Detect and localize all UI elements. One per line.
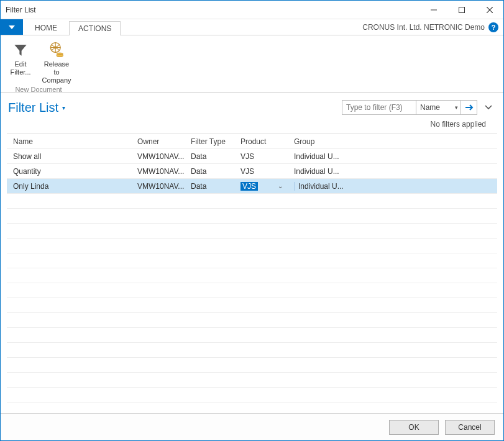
ribbon-body: Edit Filter... Release to Company New Do… bbox=[1, 35, 503, 93]
cell-owner: VMW10NAV... bbox=[137, 182, 191, 191]
col-header-group[interactable]: Group bbox=[294, 137, 497, 146]
svg-point-8 bbox=[57, 55, 63, 57]
cell-group: Individual U... bbox=[294, 167, 497, 176]
apply-filter-button[interactable] bbox=[461, 100, 477, 115]
chevron-down-icon: ▾ bbox=[455, 104, 458, 111]
col-header-type[interactable]: Filter Type bbox=[191, 137, 241, 146]
filters-status: No filters applied bbox=[1, 115, 503, 131]
arrow-right-icon bbox=[465, 104, 474, 111]
cell-filter-type: Data bbox=[191, 167, 241, 176]
svg-rect-1 bbox=[459, 7, 464, 12]
table-row[interactable]: Show allVMW10NAV...DataVJSIndividual U..… bbox=[7, 149, 497, 164]
cancel-button[interactable]: Cancel bbox=[445, 420, 495, 435]
empty-row bbox=[7, 253, 497, 268]
minimize-button[interactable] bbox=[419, 1, 447, 19]
release-to-company-button[interactable]: Release to Company bbox=[40, 38, 73, 86]
empty-row bbox=[7, 209, 497, 224]
svg-marker-4 bbox=[9, 25, 15, 29]
table-row[interactable]: QuantityVMW10NAV...DataVJSIndividual U..… bbox=[7, 164, 497, 179]
close-button[interactable] bbox=[475, 1, 503, 19]
ribbon-group-new-document: Edit Filter... Release to Company New Do… bbox=[4, 38, 73, 91]
empty-row bbox=[7, 239, 497, 253]
empty-row bbox=[7, 358, 497, 373]
cell-name: Show all bbox=[7, 152, 137, 161]
empty-row bbox=[7, 373, 497, 388]
funnel-icon bbox=[12, 39, 29, 60]
empty-row bbox=[7, 313, 497, 328]
file-tab-dropdown[interactable] bbox=[1, 19, 23, 35]
cell-name: Only Linda bbox=[7, 182, 137, 191]
empty-row bbox=[7, 268, 497, 283]
chevron-down-icon: ▾ bbox=[62, 104, 65, 111]
empty-row bbox=[7, 328, 497, 343]
table-row[interactable]: Only LindaVMW10NAV...DataVJS⌄Individual … bbox=[7, 179, 497, 194]
empty-row bbox=[7, 283, 497, 298]
ribbon-tabs: HOME ACTIONS CRONUS Int. Ltd. NETRONIC D… bbox=[1, 19, 503, 35]
svg-marker-5 bbox=[14, 45, 27, 56]
quick-filter-input[interactable] bbox=[342, 100, 416, 115]
empty-row bbox=[7, 194, 497, 209]
maximize-button[interactable] bbox=[447, 1, 475, 19]
cell-group: Individual U... bbox=[294, 182, 497, 191]
cell-name: Quantity bbox=[7, 167, 137, 176]
globe-coins-icon bbox=[48, 39, 65, 60]
titlebar: Filter List bbox=[1, 1, 503, 19]
cell-filter-type: Data bbox=[191, 182, 241, 191]
page-title-dropdown[interactable]: Filter List ▾ bbox=[8, 101, 65, 115]
tab-actions[interactable]: ACTIONS bbox=[69, 21, 121, 35]
quick-filter-field-select[interactable]: Name ▾ bbox=[416, 100, 461, 115]
empty-row bbox=[7, 343, 497, 358]
cell-product[interactable]: VJS⌄ bbox=[241, 182, 294, 191]
chevron-down-icon[interactable]: ⌄ bbox=[278, 183, 283, 189]
ok-button[interactable]: OK bbox=[389, 420, 439, 435]
page-title: Filter List bbox=[8, 101, 58, 115]
edit-filter-button[interactable]: Edit Filter... bbox=[4, 38, 37, 86]
help-icon[interactable]: ? bbox=[488, 22, 498, 32]
empty-row bbox=[7, 402, 497, 413]
cell-owner: VMW10NAV... bbox=[137, 152, 191, 161]
company-label: CRONUS Int. Ltd. NETRONIC Demo bbox=[362, 23, 485, 32]
empty-row bbox=[7, 224, 497, 239]
content-header: Filter List ▾ Name ▾ bbox=[1, 93, 503, 115]
cell-filter-type: Data bbox=[191, 152, 241, 161]
chevron-down-icon bbox=[485, 105, 492, 110]
col-header-name[interactable]: Name bbox=[7, 137, 137, 146]
empty-row bbox=[7, 388, 497, 402]
filter-grid: Name Owner Filter Type Product Group Sho… bbox=[7, 134, 497, 413]
window-title: Filter List bbox=[6, 6, 36, 14]
cell-product: VJS bbox=[241, 152, 294, 161]
empty-row bbox=[7, 298, 497, 313]
dialog-footer: OK Cancel bbox=[1, 413, 503, 440]
col-header-owner[interactable]: Owner bbox=[137, 137, 191, 146]
cell-owner: VMW10NAV... bbox=[137, 167, 191, 176]
cell-group: Individual U... bbox=[294, 152, 497, 161]
cell-product: VJS bbox=[241, 167, 294, 176]
tab-home[interactable]: HOME bbox=[25, 20, 66, 35]
expand-filter-pane-button[interactable] bbox=[481, 105, 496, 110]
grid-header: Name Owner Filter Type Product Group bbox=[7, 134, 497, 149]
col-header-product[interactable]: Product bbox=[241, 137, 294, 146]
